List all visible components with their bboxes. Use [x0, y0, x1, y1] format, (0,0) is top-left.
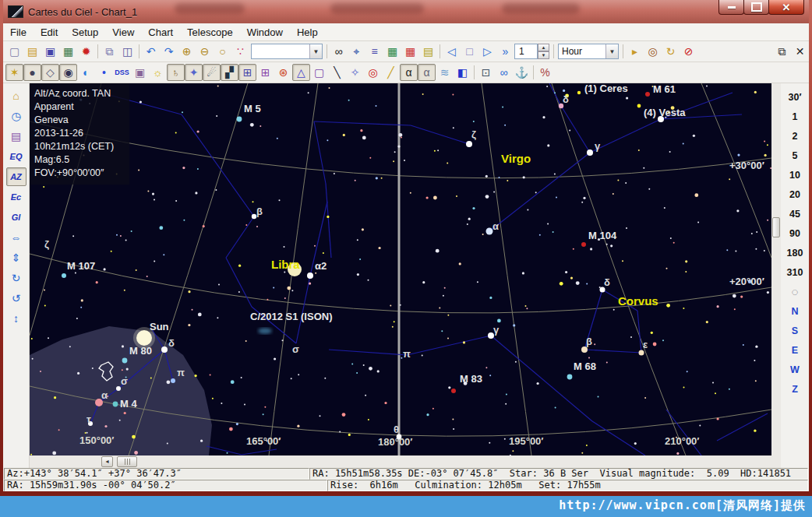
label-delta-sco[interactable]: δ	[168, 337, 175, 349]
label-m61[interactable]: M 61	[653, 83, 676, 95]
copy-chart-button[interactable]: ⧉	[101, 43, 118, 60]
label-vesta[interactable]: (4) Vesta	[644, 107, 686, 118]
time-unit-combobox[interactable]: Hour▼	[558, 44, 619, 59]
direction-button-n[interactable]: N	[782, 301, 807, 321]
fov-button-5[interactable]: 5	[782, 146, 807, 165]
menu-view[interactable]: View	[105, 24, 141, 40]
chevron-down-icon[interactable]: ▼	[605, 44, 618, 58]
show-faint-stars-button[interactable]: •	[95, 64, 113, 81]
m5[interactable]	[237, 117, 242, 122]
coord-eq-button[interactable]: EQ	[6, 147, 26, 166]
telescope-target-button[interactable]: ◎	[644, 43, 662, 60]
new-window-button[interactable]: ◫	[118, 43, 136, 60]
m61[interactable]	[645, 92, 650, 97]
label-sigma-oph[interactable]: σ	[292, 343, 299, 355]
show-comets-button[interactable]: ☄	[203, 64, 221, 81]
show-horizon-button[interactable]: ╲	[328, 64, 346, 81]
label-ceres[interactable]: (1) Ceres	[584, 83, 628, 94]
label-alt30[interactable]: +30°00′	[729, 160, 764, 171]
save-chart-button[interactable]: ▣	[41, 43, 59, 60]
show-asteroids-button[interactable]: ✦	[185, 64, 203, 81]
flip-vertical-button[interactable]: ⇕	[6, 248, 26, 267]
label-pi-sco[interactable]: π	[177, 367, 185, 378]
sky-brightness-button[interactable]: ☼	[149, 64, 167, 81]
m80[interactable]	[122, 358, 128, 364]
zoom-default-button[interactable]: ○	[214, 43, 231, 60]
print-button[interactable]: ▦	[59, 43, 77, 60]
m83[interactable]	[451, 389, 456, 393]
redo-button[interactable]: ↷	[160, 43, 178, 60]
direction-button-z[interactable]: Z	[782, 379, 807, 399]
zeta-ser-star[interactable]	[466, 141, 472, 147]
open-chart-button[interactable]: ▤	[23, 43, 41, 60]
spin-down-icon[interactable]: ▼	[538, 51, 549, 59]
spin-up-icon[interactable]: ▲	[538, 44, 549, 51]
twilight-button[interactable]: ▤	[419, 43, 437, 60]
show-planets-button[interactable]: ◉	[59, 64, 77, 81]
label-m5[interactable]: M 5	[244, 103, 261, 114]
label-m80[interactable]: M 80	[129, 345, 152, 357]
label-az195[interactable]: 195°00′	[509, 435, 543, 447]
show-target-mark-button[interactable]: ◎	[364, 64, 382, 81]
chart-settings-button[interactable]: ▤	[6, 127, 26, 146]
label-zeta-left[interactable]: ζ	[44, 238, 49, 250]
gamma-vir-star[interactable]	[587, 149, 593, 156]
time-step-forward-button[interactable]: ▷	[478, 43, 496, 60]
show-az-grid-button[interactable]: ⊞	[238, 64, 256, 81]
menu-chart[interactable]: Chart	[141, 24, 180, 40]
delta-sco-star[interactable]	[161, 346, 168, 353]
label-epsilon-crv[interactable]: ε	[643, 339, 648, 350]
fov-button-45[interactable]: 45	[782, 204, 807, 223]
time-step-back-button[interactable]: ◁	[443, 43, 461, 60]
label-corvus[interactable]: Corvus	[618, 294, 658, 308]
m4[interactable]	[113, 402, 118, 407]
epsilon-crv-star[interactable]	[639, 350, 644, 356]
object-search-combobox[interactable]: ▼	[251, 44, 323, 59]
fov-button-310[interactable]: 310	[782, 262, 807, 282]
label-az180[interactable]: 180°00′	[378, 436, 412, 448]
direction-button-w[interactable]: W	[782, 360, 807, 379]
label-m83[interactable]: M 83	[460, 373, 482, 385]
calendar-button[interactable]: ▦	[383, 43, 401, 60]
label-beta-crv[interactable]: β	[586, 336, 592, 347]
vertical-scroll-thumb[interactable]	[772, 217, 780, 237]
vesta[interactable]	[637, 104, 641, 108]
fov-button-10[interactable]: 10	[782, 165, 807, 185]
menu-file[interactable]: File	[3, 24, 34, 40]
m107[interactable]	[62, 273, 66, 278]
label-libra[interactable]: Libra	[271, 258, 300, 271]
fov-button-180[interactable]: 180	[782, 243, 807, 262]
close-button[interactable]: ✕	[768, 0, 804, 15]
label-m104[interactable]: M 104	[588, 230, 617, 241]
rotate-cw-button[interactable]: ↻	[6, 269, 26, 287]
time-play-button[interactable]: »	[496, 43, 514, 60]
ceres[interactable]	[577, 91, 581, 94]
link-charts-button[interactable]: ∞	[495, 64, 513, 81]
direction-button-e[interactable]: E	[782, 340, 807, 360]
undo-button[interactable]: ↶	[142, 43, 160, 60]
label-beta-lib[interactable]: β	[256, 206, 263, 217]
search-button[interactable]: ∞	[330, 43, 348, 60]
fov-button-30[interactable]: 30′	[782, 87, 807, 107]
menu-edit[interactable]: Edit	[34, 24, 65, 40]
label-sun[interactable]: Sun	[150, 321, 169, 332]
chevron-down-icon[interactable]: ▼	[309, 44, 322, 58]
background-image-button[interactable]: ▣	[131, 64, 149, 81]
date-button[interactable]: ▦	[401, 43, 419, 60]
night-vision-button[interactable]: ◧	[454, 64, 471, 81]
label-az165[interactable]: 165°00′	[246, 435, 281, 447]
show-galaxies-button[interactable]: ◐	[77, 64, 95, 81]
fov-button-1[interactable]: 1	[782, 107, 807, 126]
new-chart-button[interactable]: ▢	[5, 43, 23, 60]
sun[interactable]	[136, 330, 152, 346]
m104[interactable]	[581, 242, 586, 247]
limiting-magnitude-button[interactable]: ∵	[231, 43, 249, 60]
label-ison[interactable]: C/2012 S1 (ISON)	[250, 311, 333, 322]
zoom-in-button[interactable]: ⊕	[178, 43, 196, 60]
menu-telescope[interactable]: Telescope	[180, 24, 240, 40]
show-stars-button[interactable]: ✶	[5, 64, 23, 81]
fov-full-sky-button[interactable]: ◌	[782, 282, 807, 301]
show-solar-system-button[interactable]: ♄	[167, 64, 185, 81]
show-constellation-lines-button[interactable]: △	[292, 64, 310, 81]
zoom-out-button[interactable]: ⊖	[196, 43, 214, 60]
